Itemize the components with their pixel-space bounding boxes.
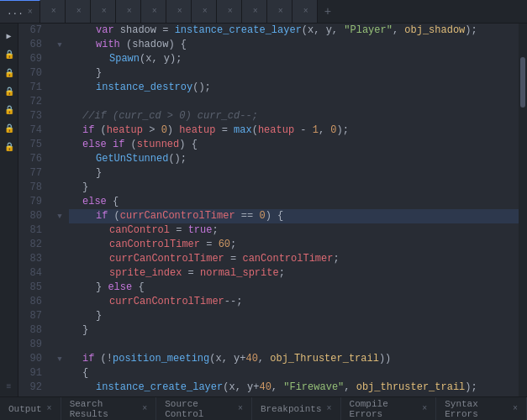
close-icon[interactable]: ×	[152, 7, 157, 16]
tab-10[interactable]: ×	[267, 0, 292, 24]
code-line-69: Spawn(x, y);	[69, 52, 519, 66]
code-line-92: instance_create_layer(x, y+40, "Firewave…	[69, 381, 519, 395]
close-icon[interactable]: ×	[513, 404, 518, 413]
scrollbar-thumb[interactable]	[520, 57, 525, 108]
code-line-76: GetUnStunned();	[69, 152, 519, 166]
code-line-88: }	[69, 323, 519, 338]
run-icon[interactable]: ▶	[3, 29, 16, 43]
tab-6[interactable]: ×	[166, 0, 192, 24]
code-line-75: else if (stunned) {	[69, 138, 519, 152]
code-line-71: instance_destroy();	[69, 81, 519, 95]
tab-8[interactable]: ×	[217, 0, 242, 24]
bottom-tab-search[interactable]: Search Results ×	[61, 397, 157, 421]
bottom-tab-search-label: Search Results	[70, 399, 138, 419]
close-icon[interactable]: ×	[28, 8, 33, 17]
lock-icon-5[interactable]: 🔒	[3, 122, 16, 135]
close-icon[interactable]: ×	[203, 7, 208, 16]
line-numbers: 67 68 69 70 71 72 73 74 75 76 77 78 79 8…	[18, 24, 54, 396]
code-line-82: canControlTimer = 60;	[69, 238, 519, 252]
close-icon[interactable]: ×	[177, 7, 182, 16]
code-line-87: }	[69, 309, 519, 323]
main-area: ▶ 🔒 🔒 🔒 🔒 🔒 🔒 ≡ 67 68 69 70 71 72 73 74 …	[0, 24, 527, 396]
tab-11[interactable]: ×	[292, 0, 318, 24]
bottom-tab-breakpoints-label: Breakpoints	[261, 404, 322, 414]
close-icon[interactable]: ×	[422, 404, 427, 413]
code-line-89	[69, 338, 519, 352]
code-line-81: canControl = true;	[69, 223, 519, 238]
bottom-tab-output-label: Output	[8, 404, 42, 414]
tab-3[interactable]: ×	[91, 0, 116, 24]
editor-area: 67 68 69 70 71 72 73 74 75 76 77 78 79 8…	[18, 24, 527, 396]
code-line-67: var shadow = instance_create_layer(x, y,…	[69, 24, 519, 38]
close-icon[interactable]: ×	[142, 404, 147, 413]
bottom-tab-compile-label: Compile Errors	[350, 399, 418, 419]
close-icon[interactable]: ×	[127, 7, 132, 16]
bottom-tab-breakpoints[interactable]: Breakpoints ×	[252, 397, 341, 421]
code-line-79: else {	[69, 195, 519, 209]
code-line-86: currCanControlTimer--;	[69, 295, 519, 309]
tab-5[interactable]: ×	[141, 0, 166, 24]
code-line-70: }	[69, 66, 519, 81]
fold-68[interactable]: ▼	[54, 38, 66, 52]
tab-label: ...	[7, 7, 24, 17]
fold-90[interactable]: ▼	[54, 352, 66, 366]
scrollbar-track[interactable]	[519, 24, 527, 396]
close-icon[interactable]: ×	[76, 7, 82, 16]
gutter-icons: ▶ 🔒 🔒 🔒 🔒 🔒 🔒 ≡	[0, 24, 18, 396]
bottom-tab-output[interactable]: Output ×	[0, 397, 61, 421]
bottom-tab-compile[interactable]: Compile Errors ×	[341, 397, 437, 421]
code-line-91: {	[69, 366, 519, 381]
lock-icon-1[interactable]: 🔒	[3, 48, 16, 61]
code-line-77: }	[69, 166, 519, 181]
tab-9[interactable]: ×	[242, 0, 267, 24]
code-line-68: with (shadow) {	[69, 38, 519, 52]
code-line-73: //if (curr_cd > 0) curr_cd--;	[69, 109, 519, 123]
lock-icon-4[interactable]: 🔒	[3, 103, 16, 117]
bottom-bar: Output × Search Results × Source Control…	[0, 396, 527, 420]
close-icon[interactable]: ×	[238, 404, 243, 413]
close-icon[interactable]: ×	[51, 7, 56, 16]
code-line-80: if (currCanControlTimer == 0) {	[69, 209, 519, 223]
code-line-90: if (!position_meeting(x, y+40, obj_Thrus…	[69, 352, 519, 366]
bottom-tab-syntax[interactable]: Syntax Errors ×	[436, 397, 527, 421]
code-line-74: if (heatup > 0) heatup = max(heatup - 1,…	[69, 123, 519, 138]
code-line-83: currCanControlTimer = canControlTimer;	[69, 252, 519, 266]
bottom-tab-syntax-label: Syntax Errors	[445, 399, 508, 419]
close-icon[interactable]: ×	[303, 7, 308, 16]
code-line-84: sprite_index = normal_sprite;	[69, 266, 519, 281]
tab-active[interactable]: ... ×	[0, 0, 40, 24]
fold-80[interactable]: ▼	[54, 209, 66, 223]
bottom-tab-source-label: Source Control	[165, 399, 233, 419]
code-content: var shadow = instance_create_layer(x, y,…	[66, 24, 519, 396]
close-icon[interactable]: ×	[47, 404, 52, 413]
tab-add[interactable]: +	[318, 5, 338, 18]
close-icon[interactable]: ×	[228, 7, 233, 16]
code-line-78: }	[69, 181, 519, 195]
close-icon[interactable]: ×	[253, 7, 258, 16]
lock-icon-2[interactable]: 🔒	[3, 66, 16, 80]
lock-icon-3[interactable]: 🔒	[3, 85, 16, 98]
bottom-tab-source[interactable]: Source Control ×	[156, 397, 252, 421]
tab-1[interactable]: ×	[40, 0, 66, 24]
menu-icon[interactable]: ≡	[3, 380, 16, 393]
close-icon[interactable]: ×	[102, 7, 107, 16]
lock-icon-6[interactable]: 🔒	[3, 140, 16, 154]
tab-2[interactable]: ×	[66, 0, 91, 24]
close-icon[interactable]: ×	[278, 7, 283, 16]
fold-column: ▼ ▼ ▼	[54, 24, 66, 396]
close-icon[interactable]: ×	[327, 404, 332, 413]
code-line-85: } else {	[69, 281, 519, 295]
code-line-72	[69, 95, 519, 109]
tab-7[interactable]: ×	[192, 0, 217, 24]
tab-bar: ... × × × × × × × × × × × × +	[0, 0, 527, 24]
tab-4[interactable]: ×	[116, 0, 141, 24]
